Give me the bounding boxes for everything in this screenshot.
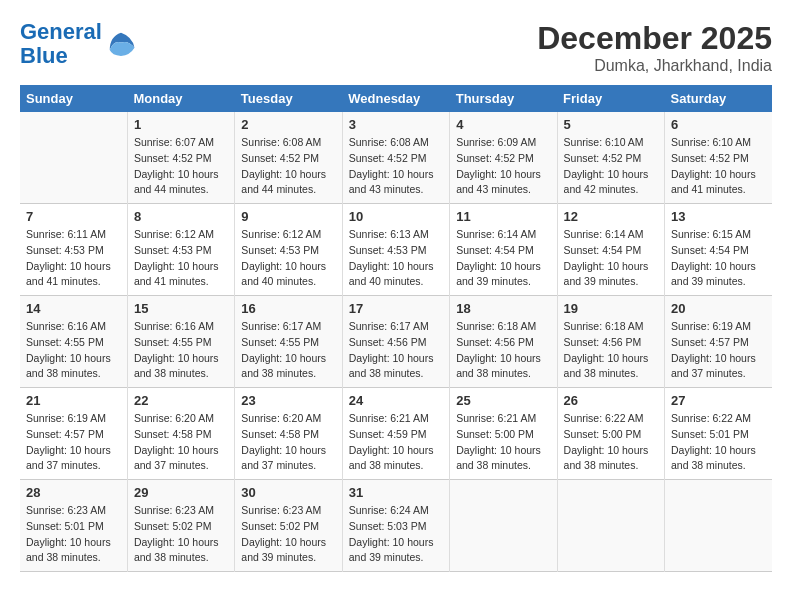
day-number: 3 [349,117,443,132]
weekday-header-sunday: Sunday [20,85,127,112]
day-info: Sunrise: 6:22 AM Sunset: 5:01 PM Dayligh… [671,411,766,474]
day-number: 19 [564,301,658,316]
logo: GeneralBlue [20,20,136,68]
day-number: 9 [241,209,335,224]
day-number: 26 [564,393,658,408]
day-number: 28 [26,485,121,500]
day-cell: 20Sunrise: 6:19 AM Sunset: 4:57 PM Dayli… [665,296,772,388]
day-number: 16 [241,301,335,316]
weekday-header-thursday: Thursday [450,85,557,112]
week-row-5: 28Sunrise: 6:23 AM Sunset: 5:01 PM Dayli… [20,480,772,572]
day-info: Sunrise: 6:14 AM Sunset: 4:54 PM Dayligh… [456,227,550,290]
day-cell: 5Sunrise: 6:10 AM Sunset: 4:52 PM Daylig… [557,112,664,204]
day-cell: 30Sunrise: 6:23 AM Sunset: 5:02 PM Dayli… [235,480,342,572]
day-cell [20,112,127,204]
day-cell: 1Sunrise: 6:07 AM Sunset: 4:52 PM Daylig… [127,112,234,204]
weekday-header-monday: Monday [127,85,234,112]
day-info: Sunrise: 6:23 AM Sunset: 5:02 PM Dayligh… [241,503,335,566]
day-number: 10 [349,209,443,224]
day-number: 2 [241,117,335,132]
month-title: December 2025 [537,20,772,57]
day-info: Sunrise: 6:10 AM Sunset: 4:52 PM Dayligh… [564,135,658,198]
week-row-3: 14Sunrise: 6:16 AM Sunset: 4:55 PM Dayli… [20,296,772,388]
week-row-1: 1Sunrise: 6:07 AM Sunset: 4:52 PM Daylig… [20,112,772,204]
day-info: Sunrise: 6:08 AM Sunset: 4:52 PM Dayligh… [349,135,443,198]
day-number: 15 [134,301,228,316]
day-info: Sunrise: 6:24 AM Sunset: 5:03 PM Dayligh… [349,503,443,566]
day-number: 6 [671,117,766,132]
day-cell: 15Sunrise: 6:16 AM Sunset: 4:55 PM Dayli… [127,296,234,388]
day-cell: 29Sunrise: 6:23 AM Sunset: 5:02 PM Dayli… [127,480,234,572]
day-number: 21 [26,393,121,408]
weekday-header-tuesday: Tuesday [235,85,342,112]
day-info: Sunrise: 6:13 AM Sunset: 4:53 PM Dayligh… [349,227,443,290]
day-info: Sunrise: 6:10 AM Sunset: 4:52 PM Dayligh… [671,135,766,198]
calendar-table: SundayMondayTuesdayWednesdayThursdayFrid… [20,85,772,572]
day-cell: 17Sunrise: 6:17 AM Sunset: 4:56 PM Dayli… [342,296,449,388]
day-cell: 22Sunrise: 6:20 AM Sunset: 4:58 PM Dayli… [127,388,234,480]
day-info: Sunrise: 6:12 AM Sunset: 4:53 PM Dayligh… [134,227,228,290]
day-info: Sunrise: 6:09 AM Sunset: 4:52 PM Dayligh… [456,135,550,198]
day-cell: 19Sunrise: 6:18 AM Sunset: 4:56 PM Dayli… [557,296,664,388]
day-info: Sunrise: 6:20 AM Sunset: 4:58 PM Dayligh… [134,411,228,474]
day-cell: 11Sunrise: 6:14 AM Sunset: 4:54 PM Dayli… [450,204,557,296]
day-cell: 28Sunrise: 6:23 AM Sunset: 5:01 PM Dayli… [20,480,127,572]
day-number: 20 [671,301,766,316]
day-info: Sunrise: 6:16 AM Sunset: 4:55 PM Dayligh… [134,319,228,382]
day-cell: 4Sunrise: 6:09 AM Sunset: 4:52 PM Daylig… [450,112,557,204]
day-info: Sunrise: 6:15 AM Sunset: 4:54 PM Dayligh… [671,227,766,290]
day-cell: 18Sunrise: 6:18 AM Sunset: 4:56 PM Dayli… [450,296,557,388]
day-cell: 12Sunrise: 6:14 AM Sunset: 4:54 PM Dayli… [557,204,664,296]
day-cell: 21Sunrise: 6:19 AM Sunset: 4:57 PM Dayli… [20,388,127,480]
day-info: Sunrise: 6:23 AM Sunset: 5:01 PM Dayligh… [26,503,121,566]
day-number: 1 [134,117,228,132]
weekday-header-wednesday: Wednesday [342,85,449,112]
day-info: Sunrise: 6:11 AM Sunset: 4:53 PM Dayligh… [26,227,121,290]
day-number: 13 [671,209,766,224]
day-info: Sunrise: 6:12 AM Sunset: 4:53 PM Dayligh… [241,227,335,290]
day-number: 5 [564,117,658,132]
day-cell: 10Sunrise: 6:13 AM Sunset: 4:53 PM Dayli… [342,204,449,296]
day-cell: 13Sunrise: 6:15 AM Sunset: 4:54 PM Dayli… [665,204,772,296]
day-number: 31 [349,485,443,500]
day-cell: 14Sunrise: 6:16 AM Sunset: 4:55 PM Dayli… [20,296,127,388]
day-info: Sunrise: 6:08 AM Sunset: 4:52 PM Dayligh… [241,135,335,198]
day-info: Sunrise: 6:20 AM Sunset: 4:58 PM Dayligh… [241,411,335,474]
day-number: 23 [241,393,335,408]
day-cell [557,480,664,572]
day-number: 22 [134,393,228,408]
day-cell: 23Sunrise: 6:20 AM Sunset: 4:58 PM Dayli… [235,388,342,480]
day-number: 11 [456,209,550,224]
day-cell: 8Sunrise: 6:12 AM Sunset: 4:53 PM Daylig… [127,204,234,296]
weekday-header-row: SundayMondayTuesdayWednesdayThursdayFrid… [20,85,772,112]
day-info: Sunrise: 6:18 AM Sunset: 4:56 PM Dayligh… [456,319,550,382]
day-number: 4 [456,117,550,132]
day-cell [450,480,557,572]
day-number: 12 [564,209,658,224]
day-number: 17 [349,301,443,316]
day-info: Sunrise: 6:18 AM Sunset: 4:56 PM Dayligh… [564,319,658,382]
day-number: 24 [349,393,443,408]
day-cell: 7Sunrise: 6:11 AM Sunset: 4:53 PM Daylig… [20,204,127,296]
day-cell: 16Sunrise: 6:17 AM Sunset: 4:55 PM Dayli… [235,296,342,388]
day-info: Sunrise: 6:17 AM Sunset: 4:56 PM Dayligh… [349,319,443,382]
day-number: 14 [26,301,121,316]
day-info: Sunrise: 6:14 AM Sunset: 4:54 PM Dayligh… [564,227,658,290]
day-cell: 27Sunrise: 6:22 AM Sunset: 5:01 PM Dayli… [665,388,772,480]
day-info: Sunrise: 6:17 AM Sunset: 4:55 PM Dayligh… [241,319,335,382]
day-info: Sunrise: 6:21 AM Sunset: 5:00 PM Dayligh… [456,411,550,474]
week-row-4: 21Sunrise: 6:19 AM Sunset: 4:57 PM Dayli… [20,388,772,480]
page-header: GeneralBlue December 2025 Dumka, Jharkha… [20,20,772,75]
day-number: 30 [241,485,335,500]
day-cell: 6Sunrise: 6:10 AM Sunset: 4:52 PM Daylig… [665,112,772,204]
day-info: Sunrise: 6:16 AM Sunset: 4:55 PM Dayligh… [26,319,121,382]
day-cell: 26Sunrise: 6:22 AM Sunset: 5:00 PM Dayli… [557,388,664,480]
day-number: 18 [456,301,550,316]
day-cell: 25Sunrise: 6:21 AM Sunset: 5:00 PM Dayli… [450,388,557,480]
day-info: Sunrise: 6:21 AM Sunset: 4:59 PM Dayligh… [349,411,443,474]
day-cell: 3Sunrise: 6:08 AM Sunset: 4:52 PM Daylig… [342,112,449,204]
location: Dumka, Jharkhand, India [537,57,772,75]
week-row-2: 7Sunrise: 6:11 AM Sunset: 4:53 PM Daylig… [20,204,772,296]
day-number: 27 [671,393,766,408]
day-info: Sunrise: 6:07 AM Sunset: 4:52 PM Dayligh… [134,135,228,198]
